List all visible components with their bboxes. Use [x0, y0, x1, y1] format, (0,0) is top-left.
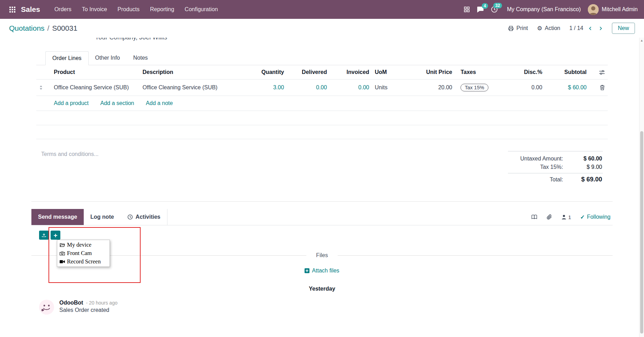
- cell-discount[interactable]: 0.00: [508, 80, 545, 96]
- menu-item-products[interactable]: Products: [112, 0, 145, 19]
- cell-unit-price[interactable]: 20.00: [407, 80, 455, 96]
- composer-attachment-buttons: +: [39, 231, 613, 240]
- apps-grid-icon[interactable]: [6, 3, 18, 15]
- upload-file-button[interactable]: [39, 231, 49, 240]
- messages-badge: 4: [482, 3, 488, 9]
- menu-option-my-device[interactable]: My device: [57, 241, 110, 249]
- files-divider: Files: [31, 252, 613, 259]
- attachments-icon[interactable]: [546, 214, 552, 220]
- form-sheet: Your Company, Joel Willis Order Lines Ot…: [31, 38, 613, 202]
- plus-square-icon: [305, 268, 309, 273]
- untaxed-amount-row: Untaxed Amount: $ 60.00: [508, 155, 603, 163]
- breadcrumb-quotations[interactable]: Quotations: [9, 24, 45, 32]
- chatter: Send message Log note Activities: [31, 209, 613, 315]
- menu-item-reporting[interactable]: Reporting: [145, 0, 179, 19]
- cell-description[interactable]: Office Cleaning Service (SUB): [140, 80, 248, 96]
- clock-icon: [127, 214, 133, 220]
- col-description[interactable]: Description: [140, 65, 248, 80]
- order-line-row[interactable]: Office Cleaning Service (SUB) Office Cle…: [36, 80, 608, 96]
- tax-badge[interactable]: Tax 15%: [460, 84, 488, 91]
- printer-icon: [508, 25, 514, 31]
- pager-counter: 1 / 14: [569, 25, 583, 31]
- top-navbar: Sales Orders To Invoice Products Reporti…: [0, 0, 644, 19]
- message-author[interactable]: OdooBot: [59, 300, 83, 306]
- col-quantity[interactable]: Quantity: [248, 65, 287, 80]
- camera-icon: [60, 251, 65, 256]
- col-invoiced[interactable]: Invoiced: [330, 65, 372, 80]
- message-history-icon[interactable]: [531, 214, 537, 220]
- following-button[interactable]: ✓ Following: [580, 214, 611, 220]
- vertical-scrollbar[interactable]: ▲: [639, 38, 644, 337]
- add-note-link[interactable]: Add a note: [146, 100, 173, 106]
- cell-subtotal: $ 60.00: [545, 80, 589, 96]
- drag-handle-icon[interactable]: [36, 80, 51, 96]
- send-message-button[interactable]: Send message: [31, 209, 84, 225]
- followers-button[interactable]: 1: [561, 214, 571, 220]
- order-lines-table: Product Description Quantity Delivered I…: [36, 65, 608, 139]
- scrollbar-up-icon[interactable]: ▲: [639, 38, 644, 42]
- col-delivered[interactable]: Delivered: [287, 65, 330, 80]
- tab-notes[interactable]: Notes: [127, 51, 155, 65]
- total-row: Total: $ 69.00: [508, 173, 603, 184]
- form-view: Your Company, Joel Willis Order Lines Ot…: [0, 38, 644, 337]
- cell-product[interactable]: Office Cleaning Service (SUB): [51, 80, 140, 96]
- menu-option-front-cam[interactable]: Front Cam: [57, 249, 110, 257]
- log-note-button[interactable]: Log note: [84, 209, 121, 225]
- tab-order-lines[interactable]: Order Lines: [45, 51, 89, 65]
- add-attachment-button[interactable]: +: [51, 231, 60, 240]
- video-camera-icon: [60, 260, 65, 264]
- chatter-topbar: Send message Log note Activities: [31, 209, 613, 225]
- messages-icon[interactable]: 4: [477, 6, 484, 13]
- add-section-link[interactable]: Add a section: [100, 100, 134, 106]
- new-button[interactable]: New: [612, 23, 635, 34]
- cell-delivered[interactable]: 0.00: [287, 80, 330, 96]
- user-avatar: [588, 4, 599, 15]
- print-button[interactable]: Print: [508, 25, 528, 31]
- attach-files-link[interactable]: Attach files: [305, 268, 339, 274]
- menu-item-orders[interactable]: Orders: [49, 0, 77, 19]
- col-discount[interactable]: Disc.%: [508, 65, 545, 80]
- activities-clock-icon[interactable]: 32: [491, 6, 498, 13]
- scrollbar-thumb[interactable]: [640, 131, 643, 334]
- app-brand[interactable]: Sales: [21, 5, 40, 14]
- menu-item-configuration[interactable]: Configuration: [179, 0, 223, 19]
- activities-badge: 32: [493, 3, 502, 8]
- cell-taxes[interactable]: Tax 15%: [455, 80, 508, 96]
- col-subtotal[interactable]: Subtotal: [545, 65, 589, 80]
- col-product[interactable]: Product: [51, 65, 140, 80]
- gear-icon: ⚙: [537, 25, 542, 31]
- cell-invoiced[interactable]: 0.00: [330, 80, 372, 96]
- user-name: Mitchell Admin: [602, 6, 638, 13]
- col-uom[interactable]: UoM: [372, 65, 407, 80]
- tab-other-info[interactable]: Other Info: [89, 51, 127, 65]
- breadcrumb: Quotations / S00031: [9, 24, 77, 32]
- activities-button[interactable]: Activities: [121, 209, 167, 225]
- col-taxes[interactable]: Taxes: [455, 65, 508, 80]
- control-panel: Quotations / S00031 Print ⚙ Action 1 / 1…: [0, 19, 644, 38]
- pager-next-icon[interactable]: [598, 26, 603, 31]
- terms-placeholder[interactable]: Terms and conditions...: [41, 151, 99, 184]
- company-switcher[interactable]: My Company (San Francisco): [507, 6, 581, 13]
- add-product-link[interactable]: Add a product: [54, 100, 89, 106]
- menu-item-to-invoice[interactable]: To Invoice: [77, 0, 112, 19]
- optional-columns-icon[interactable]: [589, 65, 608, 80]
- action-button[interactable]: ⚙ Action: [537, 25, 560, 31]
- untaxed-amount-value: $ 60.00: [570, 156, 602, 162]
- main-menu: Orders To Invoice Products Reporting Con…: [49, 0, 223, 19]
- message-timestamp: - 20 hours ago: [86, 300, 117, 306]
- check-icon: ✓: [580, 214, 585, 220]
- table-header-row: Product Description Quantity Delivered I…: [36, 65, 608, 80]
- user-menu[interactable]: Mitchell Admin: [588, 4, 638, 15]
- totals-panel: Untaxed Amount: $ 60.00 Tax 15%: $ 9.00 …: [508, 151, 603, 184]
- pager-previous-icon[interactable]: [588, 26, 593, 31]
- date-divider: Yesterday: [31, 286, 613, 292]
- message-body: Sales Order created: [59, 307, 118, 313]
- col-unit-price[interactable]: Unit Price: [407, 65, 455, 80]
- cell-quantity[interactable]: 3.00: [248, 80, 287, 96]
- delete-line-icon[interactable]: [589, 80, 608, 96]
- total-value: $ 69.00: [570, 176, 602, 183]
- record-pager: 1 / 14: [569, 25, 603, 31]
- menu-option-record-screen[interactable]: Record Screen: [57, 257, 110, 266]
- systray-grid-icon[interactable]: [464, 7, 470, 12]
- cell-uom[interactable]: Units: [372, 80, 407, 96]
